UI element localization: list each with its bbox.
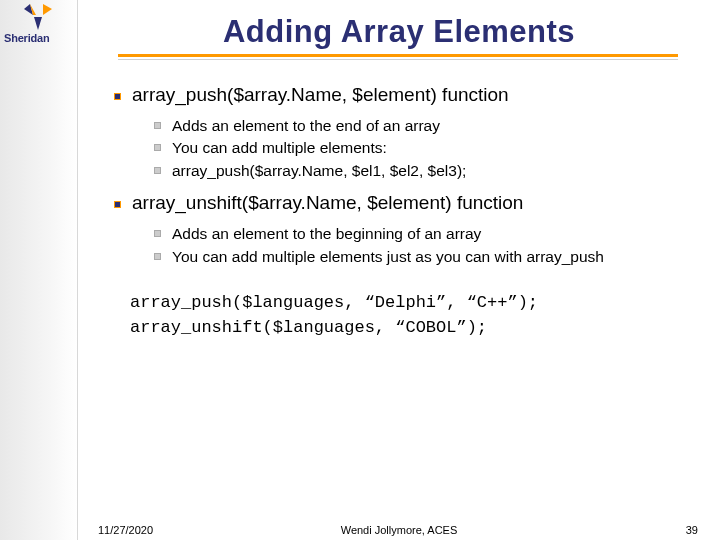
square-bullet-small-icon <box>154 167 161 174</box>
sheridan-logo: Sheridan <box>4 4 70 44</box>
footer-author: Wendi Jollymore, ACES <box>78 524 720 536</box>
bullet-level1: array_unshift($array.Name, $element) fun… <box>114 192 684 214</box>
bullet-text: array_unshift($array.Name, $element) fun… <box>132 192 523 213</box>
code-line: array_push($languages, “Delphi”, “C++”); <box>130 290 684 316</box>
bullet-level2: You can add multiple elements: <box>154 138 684 157</box>
square-bullet-small-icon <box>154 144 161 151</box>
bullet-text: You can add multiple elements just as yo… <box>172 248 604 265</box>
bullet-text: array_push($array.Name, $element) functi… <box>132 84 509 105</box>
code-line: array_unshift($languages, “COBOL”); <box>130 315 684 341</box>
square-bullet-small-icon <box>154 253 161 260</box>
logo-mark-icon <box>24 4 52 32</box>
footer-page-number: 39 <box>686 524 698 536</box>
bullet-text: Adds an element to the beginning of an a… <box>172 225 481 242</box>
square-bullet-icon <box>114 93 121 100</box>
bullet-level2: Adds an element to the end of an array <box>154 116 684 135</box>
bullet-level2: array_push($array.Name, $el1, $el2, $el3… <box>154 161 684 180</box>
square-bullet-small-icon <box>154 230 161 237</box>
square-bullet-small-icon <box>154 122 161 129</box>
bullet-level2: You can add multiple elements just as yo… <box>154 247 684 266</box>
bullet-level2: Adds an element to the beginning of an a… <box>154 224 684 243</box>
square-bullet-icon <box>114 201 121 208</box>
sidebar-strip <box>0 0 78 540</box>
bullet-text: You can add multiple elements: <box>172 139 387 156</box>
slide-content: Adding Array Elements array_push($array.… <box>78 0 720 540</box>
logo-text: Sheridan <box>4 32 70 44</box>
slide-body: array_push($array.Name, $element) functi… <box>78 60 720 341</box>
title-underline <box>118 54 678 57</box>
svg-marker-1 <box>43 4 52 15</box>
bullet-level1: array_push($array.Name, $element) functi… <box>114 84 684 106</box>
bullet-text: Adds an element to the end of an array <box>172 117 440 134</box>
bullet-text: array_push($array.Name, $el1, $el2, $el3… <box>172 162 466 179</box>
code-example: array_push($languages, “Delphi”, “C++”);… <box>130 290 684 341</box>
slide-title: Adding Array Elements <box>78 14 720 50</box>
svg-marker-2 <box>34 17 42 30</box>
